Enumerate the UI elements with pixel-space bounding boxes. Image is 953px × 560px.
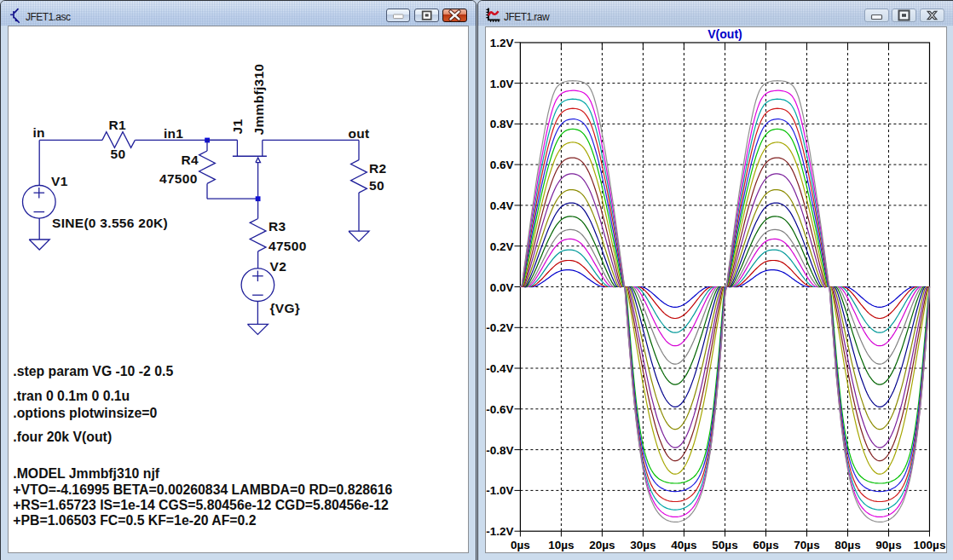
svg-text:in1: in1 (164, 126, 183, 141)
svg-text:.MODEL Jmmbfj310 njf: .MODEL Jmmbfj310 njf (13, 466, 159, 481)
svg-text:.options plotwinsize=0: .options plotwinsize=0 (13, 406, 157, 420)
svg-text:J1: J1 (230, 119, 245, 135)
svg-text:R1: R1 (109, 118, 126, 132)
svg-text:50: 50 (369, 178, 384, 193)
svg-text:+PB=1.06503 FC=0.5 KF=1e-20 AF: +PB=1.06503 FC=0.5 KF=1e-20 AF=0.2 (13, 513, 256, 528)
svg-text:R4: R4 (182, 153, 199, 167)
svg-text:.four 20k V(out): .four 20k V(out) (13, 430, 112, 444)
svg-text:.tran 0 0.1m 0 0.1u: .tran 0 0.1m 0 0.1u (13, 389, 130, 403)
svg-text:+VTO=-4.16995 BETA=0.00260834: +VTO=-4.16995 BETA=0.00260834 LAMBDA=0 R… (13, 482, 392, 497)
svg-text:R2: R2 (369, 161, 386, 176)
svg-text:.step param VG -10 -2 0.5: .step param VG -10 -2 0.5 (13, 364, 173, 378)
svg-text:47500: 47500 (159, 171, 198, 186)
svg-text:V2: V2 (270, 259, 287, 274)
svg-text:out: out (349, 126, 370, 141)
svg-text:V1: V1 (51, 174, 68, 188)
svg-text:+RS=1.65723 IS=1e-14 CGS=5.804: +RS=1.65723 IS=1e-14 CGS=5.80456e-12 CGD… (13, 498, 389, 512)
svg-text:{VG}: {VG} (270, 301, 301, 315)
svg-text:in: in (33, 125, 45, 140)
svg-text:50: 50 (111, 147, 126, 161)
svg-text:SINE(0 3.556 20K): SINE(0 3.556 20K) (52, 216, 168, 230)
svg-text:47500: 47500 (269, 239, 307, 253)
svg-text:R3: R3 (269, 219, 286, 234)
svg-text:Jmmbfj310: Jmmbfj310 (251, 64, 266, 136)
